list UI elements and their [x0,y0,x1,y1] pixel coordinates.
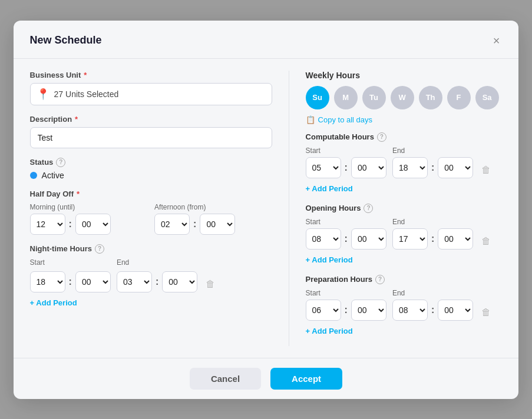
computable-end-label: End [392,147,473,155]
day-pills: SuMTuWThFSa [306,86,503,109]
opening-add-period-button[interactable]: + Add Period [306,253,353,267]
afternoon-group: Afternoon (from) 00010203040506070809101… [154,203,272,235]
night-start-min-select[interactable]: 00153045 [75,271,111,292]
prep-end-min-select[interactable]: 00153045 [438,300,473,321]
night-end-label: End [117,258,197,267]
status-row: Active [30,171,272,180]
accept-button[interactable]: Accept [270,368,342,390]
modal-footer: Cancel Accept [14,358,519,399]
opening-hours-section: Opening Hours ? Start 000102030405060708… [306,204,503,267]
computable-start-hour-select[interactable]: 0001020304050607080910111213141516171819… [306,157,341,178]
computable-end-hour-select[interactable]: 0001020304050607080910111213141516171819… [392,157,428,178]
half-day-row: Morning (until) 000102030405060708091011… [30,203,272,235]
half-day-section: Half Day Off * Morning (until) 000102030… [30,189,272,235]
weekly-hours-title: Weekly Hours [306,71,503,80]
afternoon-time-row: 0001020304050607080910111213141516171819… [154,214,272,235]
business-unit-field: Business Unit * 📍 27 Units Selected [30,71,272,105]
business-unit-input[interactable]: 📍 27 Units Selected [30,83,272,105]
description-input[interactable] [30,127,272,148]
prep-start-min-select[interactable]: 00153045 [351,300,386,321]
night-add-period-button[interactable]: + Add Period [30,296,77,310]
night-end-min-select[interactable]: 00153045 [162,271,197,292]
prep-start-label: Start [306,289,386,297]
preparation-help-icon[interactable]: ? [375,275,385,284]
opening-start-label: Start [306,218,386,226]
night-end-separator: : [154,277,160,287]
prep-add-period-button[interactable]: + Add Period [306,324,353,338]
night-delete-button[interactable]: 🗑 [203,276,217,292]
opening-end-min-select[interactable]: 00153045 [438,228,473,250]
computable-end-col: End 000102030405060708091011121314151617… [392,147,473,178]
night-end-hour-select[interactable]: 0001020304050607080910111213141516171819… [117,271,152,292]
computable-start-label: Start [306,147,386,155]
computable-hours-title: Computable Hours ? [306,132,503,142]
description-field: Description * [30,115,272,148]
night-start-group: Start 0001020304050607080910111213141516… [30,258,111,292]
morning-min-select[interactable]: 00153045 [75,214,111,235]
right-column: Weekly Hours SuMTuWThFSa 📋 Copy to all d… [289,71,503,346]
day-pill-tu[interactable]: Tu [362,86,386,109]
required-star2: * [75,115,78,124]
computable-start-min-select[interactable]: 00153045 [351,157,386,178]
prep-delete-button[interactable]: 🗑 [479,304,493,321]
day-pill-m[interactable]: M [334,86,358,109]
cancel-button[interactable]: Cancel [190,368,261,390]
prep-start-hour-select[interactable]: 0001020304050607080910111213141516171819… [306,300,341,321]
status-label: Status ? [30,158,272,167]
opening-help-icon[interactable]: ? [364,204,373,213]
computable-help-icon[interactable]: ? [377,132,386,142]
copy-all-label: Copy to all days [318,115,373,124]
status-help-icon[interactable]: ? [56,158,65,167]
night-start-label: Start [30,258,111,267]
opening-start-col: Start 0001020304050607080910111213141516… [306,218,386,250]
opening-hours-row: Start 0001020304050607080910111213141516… [306,218,503,250]
night-hours-section: Night-time Hours ? Start 000102030405060… [30,244,272,310]
morning-hour-select[interactable]: 0001020304050607080910111213141516171819… [30,214,65,235]
left-column: Business Unit * 📍 27 Units Selected Desc… [30,71,289,346]
opening-end-col: End 000102030405060708091011121314151617… [392,218,473,250]
afternoon-separator: : [192,219,197,230]
night-start-time-row: 0001020304050607080910111213141516171819… [30,271,111,292]
computable-end-time-row: 0001020304050607080910111213141516171819… [392,157,473,178]
opening-start-time-row: 0001020304050607080910111213141516171819… [306,228,386,250]
status-field: Status ? Active [30,158,272,180]
preparation-hours-row: Start 0001020304050607080910111213141516… [306,289,503,321]
afternoon-min-select[interactable]: 00153045 [200,214,235,235]
day-pill-sa[interactable]: Sa [475,86,499,109]
afternoon-hour-select[interactable]: 0001020304050607080910111213141516171819… [154,214,190,235]
afternoon-label: Afternoon (from) [154,203,272,211]
modal-overlay: New Schedule × Business Unit * 📍 27 Unit… [0,0,532,419]
day-pill-f[interactable]: F [447,86,471,109]
prep-end-hour-select[interactable]: 0001020304050607080910111213141516171819… [392,300,428,321]
computable-delete-button[interactable]: 🗑 [479,162,493,178]
morning-label: Morning (until) [30,203,148,211]
opening-delete-button[interactable]: 🗑 [479,233,493,250]
business-unit-label: Business Unit * [30,71,272,79]
night-start-hour-select[interactable]: 0001020304050607080910111213141516171819… [30,271,65,292]
computable-add-period-button[interactable]: + Add Period [306,182,353,195]
opening-start-hour-select[interactable]: 0001020304050607080910111213141516171819… [306,228,341,250]
night-end-time-row: 0001020304050607080910111213141516171819… [117,271,197,292]
night-start-separator: : [68,277,73,287]
prep-start-time-row: 0001020304050607080910111213141516171819… [306,300,386,321]
opening-end-time-row: 0001020304050607080910111213141516171819… [392,228,473,250]
status-dot [30,172,37,179]
night-end-group: End 000102030405060708091011121314151617… [117,258,197,292]
opening-end-hour-select[interactable]: 0001020304050607080910111213141516171819… [392,228,428,250]
day-pill-su[interactable]: Su [306,86,329,109]
night-help-icon[interactable]: ? [95,244,104,254]
close-button[interactable]: × [491,32,503,49]
computable-end-min-select[interactable]: 00153045 [438,157,473,178]
copy-all-days-button[interactable]: 📋 Copy to all days [306,115,373,124]
computable-start-time-row: 0001020304050607080910111213141516171819… [306,157,386,178]
day-pill-th[interactable]: Th [419,86,442,109]
status-text: Active [42,171,64,180]
day-pill-w[interactable]: W [391,86,414,109]
new-schedule-modal: New Schedule × Business Unit * 📍 27 Unit… [14,21,519,399]
opening-start-min-select[interactable]: 00153045 [351,228,386,250]
required-star3: * [77,189,80,198]
modal-body: Business Unit * 📍 27 Units Selected Desc… [14,59,519,358]
business-unit-value: 27 Units Selected [54,89,119,99]
required-star: * [84,71,87,79]
prep-end-time-row: 0001020304050607080910111213141516171819… [392,300,473,321]
